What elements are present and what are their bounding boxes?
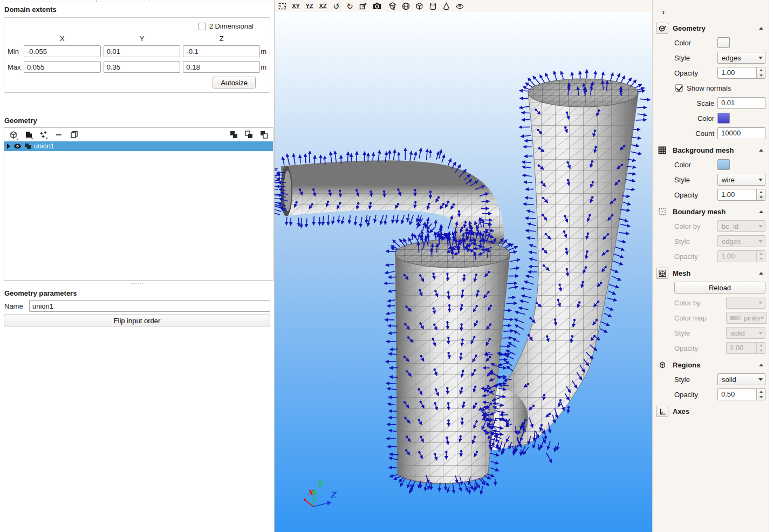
boolean-subtract-icon[interactable] bbox=[258, 129, 270, 140]
spin-buttons[interactable] bbox=[756, 67, 765, 78]
background-mesh-style-label: Style bbox=[674, 176, 717, 184]
perspective-view-icon[interactable] bbox=[358, 1, 369, 11]
cone-shape-icon[interactable] bbox=[441, 1, 452, 11]
min-y-input[interactable] bbox=[104, 45, 181, 57]
chevron-down-icon bbox=[760, 317, 764, 319]
mesh-style-label: Style bbox=[674, 329, 726, 337]
remove-geometry-icon[interactable] bbox=[53, 129, 65, 140]
normals-scale-input[interactable]: 0.01 bbox=[717, 97, 765, 109]
background-mesh-section-title: Background mesh bbox=[673, 146, 755, 154]
add-geometry-icon[interactable] bbox=[8, 129, 19, 140]
visibility-eye-icon[interactable] bbox=[13, 143, 22, 149]
geometry-collapse-icon[interactable] bbox=[759, 27, 763, 30]
geometry-style-label: Style bbox=[674, 54, 717, 62]
mesh-section-icon[interactable] bbox=[656, 268, 668, 279]
axes-section-icon[interactable] bbox=[656, 406, 668, 417]
viewport-toolbar: XY YZ XZ ↺ ↻ bbox=[275, 0, 652, 12]
normals-scale-label: Scale bbox=[693, 99, 717, 107]
chevron-down-icon bbox=[758, 225, 763, 228]
colormap-preview-icon bbox=[730, 316, 741, 320]
background-mesh-collapse-icon[interactable] bbox=[759, 149, 763, 152]
name-label: Name bbox=[4, 302, 27, 310]
view-xy-button[interactable]: XY bbox=[290, 1, 302, 11]
spin-buttons[interactable] bbox=[756, 189, 765, 200]
boundary-mesh-style-label: Style bbox=[674, 237, 717, 245]
boolean-shape-icon bbox=[24, 143, 31, 149]
import-surface-icon[interactable] bbox=[23, 129, 35, 140]
cylinder-shape-icon[interactable] bbox=[427, 1, 439, 11]
min-z-input[interactable] bbox=[183, 45, 260, 57]
autosize-button[interactable]: Autosize bbox=[213, 77, 256, 88]
background-mesh-opacity-spinbox[interactable]: 1.00 bbox=[717, 189, 765, 201]
max-x-input[interactable] bbox=[24, 61, 101, 73]
two-dimensional-checkbox[interactable] bbox=[199, 23, 206, 30]
rotate-ccw-icon[interactable]: ↺ bbox=[331, 1, 342, 11]
regions-section-icon[interactable] bbox=[656, 359, 668, 371]
background-mesh-style-dropdown[interactable]: wire bbox=[717, 174, 765, 186]
geometry-list-box: union1 bbox=[4, 127, 273, 281]
rotate-object-icon[interactable] bbox=[387, 1, 398, 11]
background-mesh-section-icon[interactable] bbox=[656, 145, 668, 156]
min-unit-label: m bbox=[260, 47, 266, 56]
svg-text:Y: Y bbox=[317, 480, 324, 488]
boolean-intersect-icon[interactable] bbox=[243, 129, 255, 140]
chevron-down-icon bbox=[758, 378, 763, 381]
geometry-item-label: union1 bbox=[34, 142, 54, 150]
column-header-z: Z bbox=[183, 35, 260, 43]
axis-triad: XYZ bbox=[304, 480, 337, 507]
chevron-down-icon bbox=[758, 302, 763, 304]
regions-opacity-label: Opacity bbox=[674, 391, 717, 399]
boundary-mesh-section-title: Boundary mesh bbox=[673, 208, 755, 216]
auto-generate-icon[interactable] bbox=[38, 129, 50, 140]
view-yz-button[interactable]: YZ bbox=[304, 1, 315, 11]
fit-view-icon[interactable] bbox=[277, 1, 288, 11]
normals-count-label: Count bbox=[693, 129, 717, 138]
torus-shape-icon[interactable] bbox=[454, 1, 466, 11]
boundary-mesh-color-by-label: Color by bbox=[674, 222, 717, 230]
screenshot-camera-icon[interactable] bbox=[371, 1, 382, 11]
expand-icon[interactable] bbox=[6, 144, 11, 149]
boundary-mesh-section-icon[interactable] bbox=[656, 206, 668, 217]
panel-collapse-button[interactable]: › bbox=[658, 6, 669, 17]
tab-strip bbox=[0, 0, 274, 2]
panel-splitter-handle[interactable] bbox=[0, 281, 274, 286]
normals-color-swatch[interactable] bbox=[717, 113, 730, 124]
geometry-list-item-union1[interactable]: union1 bbox=[4, 141, 273, 151]
sphere-shape-icon[interactable] bbox=[400, 1, 412, 11]
flip-input-order-button[interactable]: Flip input order bbox=[4, 315, 270, 326]
max-y-input[interactable] bbox=[104, 61, 181, 73]
spin-buttons[interactable] bbox=[756, 389, 765, 400]
name-input[interactable] bbox=[29, 300, 270, 312]
domain-extents-title: Domain extents bbox=[4, 5, 274, 13]
domain-extents-group: 2 Dimensional X Y Z Min m Max bbox=[4, 17, 270, 93]
geometry-color-swatch[interactable] bbox=[717, 37, 730, 48]
geometry-opacity-spinbox[interactable]: 1.00 bbox=[717, 67, 765, 79]
render-canvas[interactable]: XYZ bbox=[275, 12, 652, 532]
background-mesh-color-swatch[interactable] bbox=[717, 159, 730, 170]
boolean-union-icon[interactable] bbox=[228, 129, 240, 140]
geometry-opacity-label: Opacity bbox=[674, 69, 717, 77]
rotate-cw-icon[interactable]: ↻ bbox=[344, 1, 355, 11]
regions-style-dropdown[interactable]: solid bbox=[717, 373, 765, 385]
mesh-section-title: Mesh bbox=[673, 269, 755, 277]
boundary-mesh-collapse-icon[interactable] bbox=[759, 210, 763, 213]
mesh-scene: XYZ bbox=[275, 12, 652, 532]
view-xz-button[interactable]: XZ bbox=[317, 1, 329, 11]
svg-text:X: X bbox=[307, 488, 314, 497]
geometry-style-dropdown[interactable]: edges bbox=[717, 52, 765, 64]
show-normals-checkbox[interactable] bbox=[675, 84, 683, 92]
max-z-input[interactable] bbox=[183, 61, 260, 73]
min-label: Min bbox=[8, 47, 24, 56]
mesh-collapse-icon[interactable] bbox=[759, 272, 763, 275]
regions-opacity-spinbox[interactable]: 0.50 bbox=[717, 388, 765, 400]
boundary-mesh-opacity-spinbox: 1.00 bbox=[717, 250, 765, 262]
min-x-input[interactable] bbox=[24, 45, 101, 57]
copy-geometry-icon[interactable] bbox=[68, 129, 80, 140]
normals-count-input[interactable]: 10000 bbox=[717, 127, 765, 139]
geometry-section-icon[interactable] bbox=[656, 23, 668, 34]
regions-collapse-icon[interactable] bbox=[759, 364, 763, 366]
reload-mesh-button[interactable]: Reload bbox=[674, 282, 765, 294]
boundary-mesh-opacity-label: Opacity bbox=[674, 253, 717, 261]
normals-color-label: Color bbox=[693, 114, 717, 122]
cube-shape-icon[interactable] bbox=[414, 1, 425, 11]
